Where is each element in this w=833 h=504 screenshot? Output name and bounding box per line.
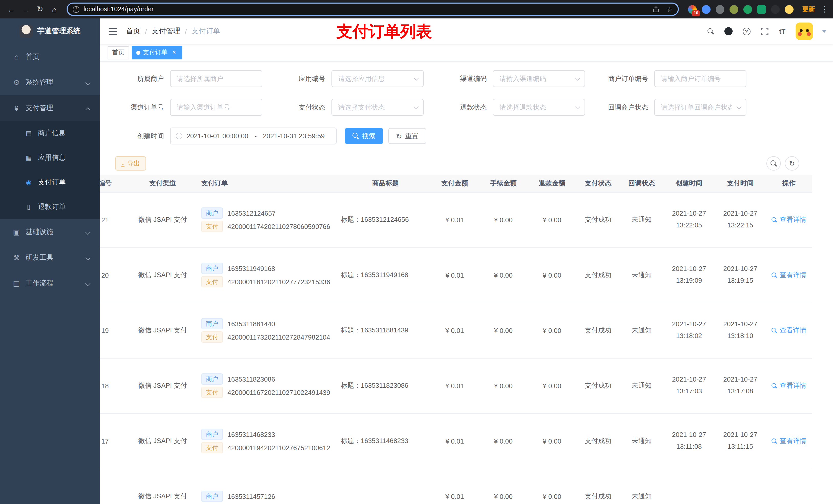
tab-pay-order[interactable]: 支付订单× (132, 46, 182, 59)
app-logo (20, 25, 33, 38)
detail-search-icon (771, 383, 777, 388)
breadcrumb-current: 支付订单 (192, 27, 220, 36)
detail-search-icon (771, 328, 777, 333)
filter-input-merchant-order-no[interactable] (654, 70, 746, 87)
filter-label-channel-order-no: 渠道订单号 (115, 103, 164, 112)
filter-select-app-no[interactable] (331, 70, 424, 87)
refresh-icon: ↻ (789, 160, 795, 167)
sidebar-item-refund-order[interactable]: ▯ 退款订单 (0, 195, 100, 219)
export-button[interactable]: ↓导出 (115, 156, 146, 171)
reset-button[interactable]: ↻重置 (388, 128, 426, 144)
pay-tag: 支付 (201, 276, 223, 287)
view-detail-link[interactable]: 查看详情 (771, 270, 806, 280)
pay-tag: 支付 (201, 442, 223, 453)
pay-order-line: 支付 4200001181202110277723215336 (197, 276, 341, 287)
date-end-value: 2021-10-31 23:59:59 (263, 132, 325, 140)
breadcrumb-pay-manage[interactable]: 支付管理 (152, 27, 180, 36)
detail-search-icon (771, 272, 777, 278)
filter-item: 所属商户 (115, 70, 262, 87)
filter-select-notify-status[interactable] (654, 99, 746, 116)
browser-reload-button[interactable]: ↻ (33, 2, 47, 16)
pay-order-line: 支付 4200001194202110276752100612 (197, 442, 341, 453)
view-detail-link[interactable]: 查看详情 (771, 326, 806, 335)
filter-item: 商户订单编号 (599, 70, 746, 87)
extension-green-square-icon[interactable] (757, 5, 766, 14)
filter-label-app-no: 应用编号 (277, 74, 325, 83)
chevron-icon (85, 255, 90, 261)
view-detail-link[interactable]: 查看详情 (771, 436, 806, 446)
pay-status-text: 支付成功 (585, 271, 612, 279)
bank-card-icon: ▤ (23, 129, 35, 137)
page-annotation: 支付订单列表 (337, 21, 432, 43)
sidebar-toggle-button[interactable] (100, 19, 126, 44)
fullscreen-icon[interactable] (760, 27, 769, 36)
toggle-search-button[interactable] (766, 156, 781, 171)
filter-item: 应用编号 (277, 70, 424, 87)
sidebar-item-app-info[interactable]: ▦ 应用信息 (0, 145, 100, 170)
search-icon[interactable] (706, 27, 715, 36)
sidebar-item-workflow[interactable]: ▥ 工作流程 (0, 270, 100, 296)
chevron-icon (85, 230, 90, 235)
app-logo-row[interactable]: 芋道管理系统 (0, 19, 100, 44)
column-header: 支付渠道 (128, 175, 197, 192)
extension-gray-icon[interactable] (716, 5, 724, 14)
address-bar[interactable]: localhost:1024/pay/order ☆ (67, 3, 679, 16)
merchant-tag: 商户 (201, 491, 223, 502)
github-icon[interactable] (724, 27, 733, 36)
filter-select-pay-status[interactable] (331, 99, 424, 116)
detail-search-icon (771, 217, 777, 222)
sidebar-item-dev-tools[interactable]: ⚒ 研发工具 (0, 245, 100, 270)
filter-label-pay-status: 支付状态 (277, 103, 325, 112)
bookmark-star-icon[interactable]: ☆ (667, 5, 673, 13)
table-row: 微信 JSAPI 支付 商户 1635311457126 ¥ 0.01 ¥ 0.… (100, 469, 812, 504)
browser-update-button[interactable]: 更新 (798, 3, 820, 16)
view-detail-link[interactable]: 查看详情 (771, 381, 806, 390)
sidebar-item-infrastructure[interactable]: ▣ 基础设施 (0, 219, 100, 245)
extension-colorful-icon[interactable]: 10 (688, 5, 697, 14)
sidebar-item-payment[interactable]: ¥ 支付管理 (0, 95, 100, 121)
filter-select-channel-code[interactable] (493, 70, 585, 87)
filter-row-1: 所属商户 应用编号 渠道编码 商户订单编号 (115, 70, 833, 87)
refund-doc-icon: ▯ (23, 203, 35, 211)
extension-blue-icon[interactable] (702, 5, 711, 14)
font-size-icon[interactable] (778, 27, 787, 36)
orders-table-wrap: 编号支付渠道支付订单商品标题支付金额手续金额退款金额支付状态回调状态创建时间支付… (100, 175, 812, 504)
notify-status-text: 未通知 (632, 216, 652, 223)
extension-olive-icon[interactable] (730, 5, 738, 14)
search-button[interactable]: 搜索 (345, 128, 383, 144)
extension-face-icon[interactable] (785, 5, 793, 14)
order-target-icon: ◉ (23, 179, 35, 186)
sidebar-item-merchant-info[interactable]: ▤ 商户信息 (0, 121, 100, 145)
user-avatar[interactable] (795, 23, 813, 40)
browser-home-button[interactable]: ⌂ (47, 2, 62, 16)
filter-input-channel-order-no[interactable] (170, 99, 262, 116)
notify-status-text: 未通知 (632, 271, 652, 279)
tab-close-icon[interactable]: × (171, 49, 178, 56)
pay-status-text: 支付成功 (585, 326, 612, 334)
browser-back-button[interactable]: ← (4, 2, 19, 16)
filter-input-merchant[interactable] (170, 70, 262, 87)
hamburger-icon (109, 31, 117, 32)
column-header: 退款金额 (528, 175, 576, 192)
share-icon[interactable] (651, 5, 661, 14)
sidebar-item-pay-order[interactable]: ◉ 支付订单 (0, 170, 100, 195)
filter-select-refund-status[interactable] (493, 99, 585, 116)
filter-item: 支付状态 (277, 99, 424, 116)
date-range-input[interactable]: 2021-10-01 00:00:00 - 2021-10-31 23:59:5… (170, 127, 337, 144)
help-icon[interactable] (742, 27, 751, 36)
extension-dark-icon[interactable] (771, 5, 780, 14)
extension-green-check-icon[interactable] (743, 5, 752, 14)
merchant-tag: 商户 (201, 263, 223, 274)
site-info-icon[interactable] (73, 6, 79, 13)
sidebar-item-home[interactable]: ⌂ 首页 (0, 44, 100, 70)
breadcrumb: 首页 / 支付管理 / 支付订单 (126, 27, 220, 36)
breadcrumb-home[interactable]: 首页 (126, 27, 140, 36)
browser-forward-button[interactable]: → (19, 2, 33, 16)
filter-row-3: 创建时间 2021-10-01 00:00:00 - 2021-10-31 23… (115, 127, 833, 144)
tab-home[interactable]: 首页 (108, 46, 129, 59)
user-menu-caret-icon[interactable] (822, 30, 827, 33)
browser-menu-icon[interactable]: ⋮ (820, 5, 829, 14)
refresh-table-button[interactable]: ↻ (785, 156, 799, 171)
view-detail-link[interactable]: 查看详情 (771, 215, 806, 224)
sidebar-item-system[interactable]: ⚙ 系统管理 (0, 70, 100, 95)
